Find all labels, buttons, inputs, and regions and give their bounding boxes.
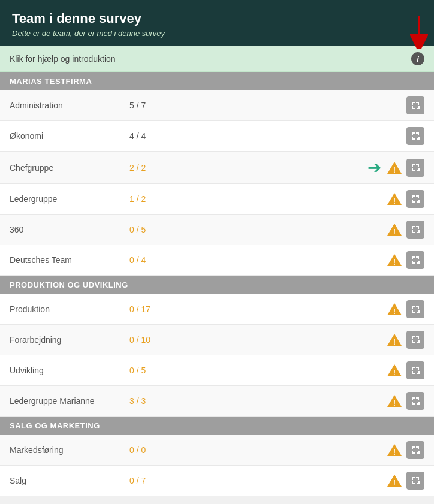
- team-ratio: 0 / 5: [129, 225, 177, 234]
- info-icon[interactable]: i: [411, 52, 424, 65]
- team-name: Markedsføring: [10, 445, 129, 455]
- expand-button[interactable]: [406, 331, 424, 349]
- section-header-2: SALG OG MARKETING: [0, 417, 434, 435]
- expand-button[interactable]: [406, 127, 424, 145]
- help-bar-container: Klik for hjælp og introduktion i: [0, 46, 434, 72]
- warning-icon: !: [386, 301, 403, 318]
- warning-icon: !: [386, 472, 403, 489]
- team-ratio: 0 / 5: [129, 366, 177, 375]
- warning-icon: !: [386, 331, 403, 348]
- team-name: Økonomi: [10, 131, 129, 141]
- expand-button[interactable]: [406, 159, 424, 177]
- warning-icon: !: [386, 252, 403, 268]
- team-row: Salg0 / 7 !: [0, 466, 434, 496]
- svg-text:!: !: [393, 227, 396, 236]
- team-ratio: 1 / 2: [129, 194, 177, 204]
- svg-text:!: !: [393, 258, 396, 267]
- team-name: Administration: [10, 101, 129, 110]
- team-ratio: 0 / 0: [129, 445, 177, 455]
- team-name: Chefgruppe: [10, 163, 129, 173]
- team-name: Ledergruppe: [10, 194, 129, 204]
- svg-text:!: !: [393, 448, 396, 457]
- help-bar[interactable]: Klik for hjælp og introduktion i: [0, 46, 434, 72]
- team-ratio: 0 / 4: [129, 255, 177, 265]
- team-ratio: 3 / 3: [129, 396, 177, 406]
- team-row: Deutsches Team0 / 4 !: [0, 245, 434, 276]
- help-bar-text: Klik for hjælp og introduktion: [10, 54, 116, 64]
- team-name: Salg: [10, 476, 129, 485]
- expand-button[interactable]: [406, 361, 424, 379]
- team-row: Udvikling0 / 5 !: [0, 355, 434, 386]
- team-ratio: 4 / 4: [129, 131, 177, 141]
- team-name: Deutsches Team: [10, 255, 129, 265]
- svg-text:!: !: [393, 368, 396, 377]
- expand-button[interactable]: [406, 96, 424, 114]
- green-arrow-annotation: ➔: [367, 158, 381, 177]
- svg-text:!: !: [393, 337, 396, 346]
- svg-text:!: !: [393, 307, 396, 316]
- team-name: Forarbejdning: [10, 335, 129, 345]
- expand-button[interactable]: [406, 472, 424, 490]
- team-ratio: 5 / 7: [129, 101, 177, 110]
- expand-button[interactable]: [406, 190, 424, 208]
- svg-text:!: !: [393, 478, 396, 487]
- team-row: Ledergruppe Marianne3 / 3 !: [0, 386, 434, 417]
- section-header-0: MARIAS TESTFIRMA: [0, 72, 434, 90]
- expand-button[interactable]: [406, 441, 424, 459]
- expand-button[interactable]: [406, 221, 424, 239]
- team-name: Udvikling: [10, 366, 129, 375]
- page-subtitle: Dette er de team, der er med i denne sur…: [12, 29, 422, 38]
- svg-text:!: !: [393, 165, 396, 174]
- team-name: 360: [10, 225, 129, 234]
- team-row: 3600 / 5 !: [0, 215, 434, 245]
- page-title: Team i denne survey: [12, 11, 422, 26]
- team-row: Chefgruppe2 / 2➔ !: [0, 152, 434, 184]
- sections-container: MARIAS TESTFIRMAAdministration5 / 7 Økon…: [0, 72, 434, 496]
- team-ratio: 0 / 10: [129, 335, 177, 345]
- warning-icon: !: [386, 393, 403, 409]
- main-container: Team i denne survey Dette er de team, de…: [0, 0, 434, 496]
- team-row: Forarbejdning0 / 10 !: [0, 325, 434, 355]
- team-row: Ledergruppe1 / 2 !: [0, 184, 434, 215]
- team-ratio: 2 / 2: [129, 163, 177, 173]
- team-ratio: 0 / 7: [129, 476, 177, 485]
- expand-button[interactable]: [406, 300, 424, 318]
- expand-button[interactable]: [406, 251, 424, 269]
- expand-button[interactable]: [406, 392, 424, 410]
- team-row: Produktion0 / 17 !: [0, 294, 434, 325]
- team-name: Ledergruppe Marianne: [10, 396, 129, 406]
- warning-icon: !: [386, 159, 403, 176]
- team-row: Markedsføring0 / 0 !: [0, 435, 434, 466]
- team-row: Økonomi4 / 4: [0, 121, 434, 152]
- warning-icon: !: [386, 442, 403, 458]
- section-header-1: PRODUKTION OG UDVIKLING: [0, 276, 434, 294]
- page-header: Team i denne survey Dette er de team, de…: [0, 0, 434, 46]
- svg-text:!: !: [393, 399, 396, 408]
- team-ratio: 0 / 17: [129, 304, 177, 314]
- warning-icon: !: [386, 362, 403, 379]
- team-row: Administration5 / 7: [0, 90, 434, 121]
- warning-icon: !: [386, 191, 403, 207]
- warning-icon: !: [386, 221, 403, 238]
- team-name: Produktion: [10, 304, 129, 314]
- svg-text:!: !: [393, 197, 396, 206]
